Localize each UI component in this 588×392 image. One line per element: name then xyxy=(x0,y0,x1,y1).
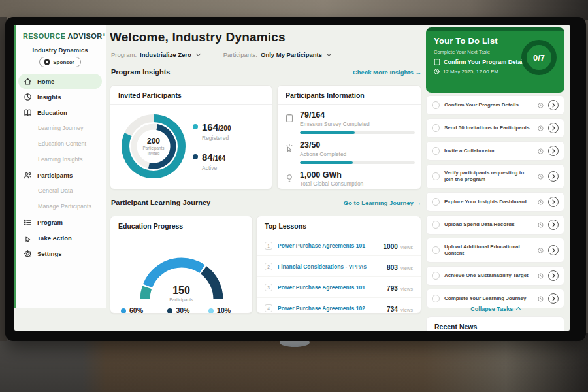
sidebar-item-general-data[interactable]: General Data xyxy=(14,183,106,199)
task-open-button[interactable] xyxy=(548,171,559,182)
app-window: RESOURCE ADVISOR+ Industry Dynamics Spon… xyxy=(14,25,570,331)
sidebar-item-learning-journey[interactable]: Learning Journey xyxy=(14,120,106,136)
lesson-views: 803 xyxy=(387,264,398,271)
settings-icon xyxy=(23,250,33,258)
sponsor-icon xyxy=(44,59,50,65)
task-open-button[interactable] xyxy=(548,245,559,255)
clock-icon xyxy=(538,103,544,108)
task-checkbox[interactable] xyxy=(432,221,440,229)
progress-track xyxy=(300,161,415,164)
chevron-down-icon xyxy=(196,52,201,56)
task-open-button[interactable] xyxy=(548,270,559,281)
logo-plus: + xyxy=(103,32,106,38)
card-title: Education Progress xyxy=(110,216,252,235)
card-title: Participants Information xyxy=(278,86,421,105)
stat-value: 23/50 xyxy=(300,141,415,150)
lesson-views: 1000 xyxy=(384,243,398,250)
invited-participants-card: Invited Participants 200 Participants I xyxy=(110,85,272,189)
clock-icon xyxy=(538,273,544,279)
sidebar-item-education-content[interactable]: Education Content xyxy=(14,136,106,152)
invited-total: 200 xyxy=(147,137,160,146)
lesson-link[interactable]: Financial Considerations - VPPAs xyxy=(278,263,382,270)
chevron-up-icon xyxy=(516,307,521,312)
sidebar-item-program[interactable]: Program xyxy=(14,214,106,230)
clock-icon xyxy=(538,199,544,205)
todo-task-list: Confirm Your Program Details Send 50 Inv… xyxy=(426,95,564,308)
sidebar-item-label: Insights xyxy=(37,93,61,101)
stat-row-consumption: 1,000 GWh Total Global Consumption xyxy=(286,171,413,188)
task-item[interactable]: Send 50 Invitations to Participants xyxy=(426,118,564,138)
page-title: Welcome, Industry Dynamics xyxy=(110,30,286,44)
task-item[interactable]: Confirm Your Program Details xyxy=(426,95,564,115)
sidebar-nav: Home Insights Education Learning Journey xyxy=(14,74,106,261)
task-checkbox[interactable] xyxy=(432,147,440,155)
task-open-button[interactable] xyxy=(548,100,559,110)
lesson-row: 3 Power Purchase Agreements 101 793 view… xyxy=(257,277,421,298)
sidebar-item-settings[interactable]: Settings xyxy=(14,246,106,261)
task-open-button[interactable] xyxy=(548,197,559,207)
legend-item-registered: 164/200 Registered xyxy=(193,122,231,141)
task-checkbox[interactable] xyxy=(432,172,440,180)
stat-value: 79/164 xyxy=(300,111,415,120)
check-more-insights-link[interactable]: Check More Insights → xyxy=(353,69,421,76)
collapse-tasks-link[interactable]: Collapse Tasks xyxy=(426,306,564,312)
lesson-link[interactable]: Power Purchase Agreements 101 xyxy=(278,242,378,249)
legend-value: 60% xyxy=(129,307,153,314)
bulb-icon xyxy=(286,171,295,188)
participants-select[interactable]: Participants: Only My Participants xyxy=(223,51,331,58)
task-checkbox[interactable] xyxy=(432,295,440,302)
lesson-views: 734 xyxy=(387,306,398,313)
registered-total: /200 xyxy=(218,125,231,132)
participants-information-card: Participants Information 79/164 Emission… xyxy=(277,85,421,189)
task-checkbox[interactable] xyxy=(432,246,440,254)
chevron-down-icon xyxy=(327,52,331,56)
program-insights-header: Program Insights Check More Insights → xyxy=(111,68,421,76)
todo-due-label: 12 May 2025, 12:00 PM xyxy=(443,69,498,74)
sidebar-item-take-action[interactable]: Take Action xyxy=(14,230,106,246)
task-item[interactable]: Verify participants requesting to join t… xyxy=(426,164,564,189)
lesson-link[interactable]: Power Purchase Agreements 102 xyxy=(278,305,382,312)
views-label: views xyxy=(400,307,413,313)
task-open-button[interactable] xyxy=(548,293,559,304)
participants-select-label: Participants: xyxy=(223,51,257,58)
sidebar-item-education[interactable]: Education xyxy=(14,105,106,120)
task-item[interactable]: Upload Spend Data Records xyxy=(426,215,564,235)
registered-label: Registered xyxy=(202,135,231,141)
sidebar-item-learning-insights[interactable]: Learning Insights xyxy=(14,152,106,167)
sidebar-item-home[interactable]: Home xyxy=(18,74,102,89)
task-checkbox[interactable] xyxy=(432,272,440,280)
desk-background: RESOURCE ADVISOR+ Industry Dynamics Spon… xyxy=(0,0,588,392)
task-item[interactable]: Explore Your Insights Dashboard xyxy=(426,192,564,212)
go-to-learning-journey-link[interactable]: Go to Learning Journey → xyxy=(344,199,421,206)
top-lessons-card: Top Lessons 1 Power Purchase Agreements … xyxy=(256,216,421,314)
program-select[interactable]: Program: Industrialize Zero xyxy=(111,51,200,58)
active-label: Active xyxy=(202,165,225,171)
legend-value: 30% xyxy=(176,307,194,314)
task-label: Achieve One Sustainability Target xyxy=(444,272,533,279)
sponsor-badge[interactable]: Sponsor xyxy=(39,57,80,67)
top-lessons-list: 1 Power Purchase Agreements 101 1000 vie… xyxy=(257,235,421,314)
task-open-button[interactable] xyxy=(548,220,559,230)
education-icon xyxy=(23,108,33,117)
task-checkbox[interactable] xyxy=(432,101,440,109)
sidebar-item-insights[interactable]: Insights xyxy=(14,89,106,105)
sidebar-item-participants[interactable]: Participants xyxy=(14,167,106,183)
logo-text-secondary: ADVISOR xyxy=(68,32,103,40)
task-item[interactable]: Upload Additional Educational Content xyxy=(426,238,564,263)
donut-center-label: 200 Participants Invited xyxy=(117,110,190,183)
app-logo: RESOURCE ADVISOR+ xyxy=(14,25,106,40)
task-open-button[interactable] xyxy=(548,146,559,156)
clipboard-icon xyxy=(434,58,440,65)
sidebar-item-label: Program xyxy=(37,219,63,226)
task-checkbox[interactable] xyxy=(432,124,440,132)
lesson-rank: 1 xyxy=(265,242,272,250)
lesson-link[interactable]: Power Purchase Agreements 101 xyxy=(278,284,382,291)
sidebar-item-label: Participants xyxy=(37,172,73,179)
sidebar-item-manage-participants[interactable]: Manage Participants xyxy=(14,199,106,214)
task-item[interactable]: Invite a Collaborator xyxy=(426,141,564,161)
task-open-button[interactable] xyxy=(548,123,559,133)
sidebar-item-label: General Data xyxy=(38,188,73,194)
task-checkbox[interactable] xyxy=(432,198,440,206)
task-item[interactable]: Achieve One Sustainability Target xyxy=(426,266,564,286)
legend-value: 10% xyxy=(217,307,242,314)
